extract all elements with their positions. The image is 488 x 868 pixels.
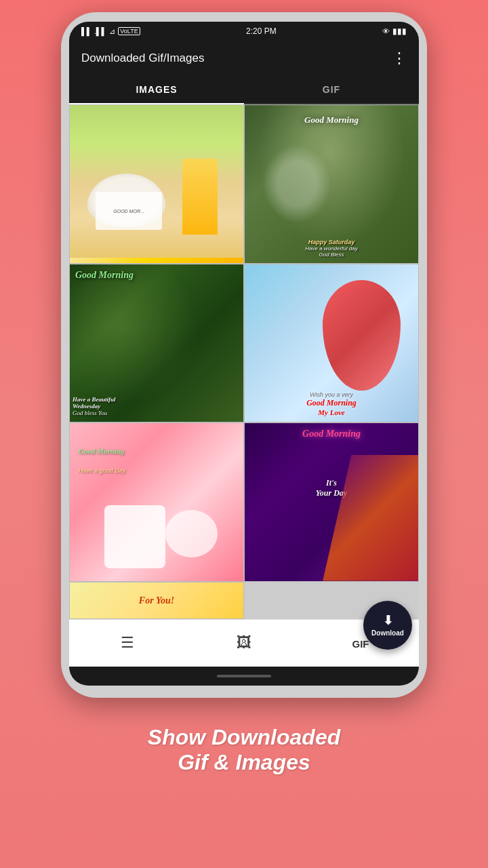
battery-icon: ▮▮▮ xyxy=(392,26,407,36)
for-you-text: For You! xyxy=(139,595,174,606)
eye-icon: 👁 xyxy=(382,27,390,35)
caption-block: Show Downloaded Gif & Images xyxy=(148,725,340,775)
image-grid: GOOD MOR... Good Morning Happy Saturday … xyxy=(69,104,419,619)
list-item[interactable]: Good Morning Have a good Day xyxy=(69,422,244,582)
app-title: Downloaded Gif/Images xyxy=(81,52,204,65)
list-item[interactable]: Good Morning Have a Beautiful Wednesday … xyxy=(69,264,244,423)
nav-images[interactable]: 🖼 xyxy=(186,634,302,652)
home-indicator xyxy=(217,675,271,677)
hamburger-icon: ☰ xyxy=(121,634,134,652)
tab-gif[interactable]: GIF xyxy=(244,76,419,103)
tab-images[interactable]: IMAGES xyxy=(69,76,244,103)
gif-label: GIF xyxy=(352,638,369,650)
tab-bar: IMAGES GIF xyxy=(69,76,419,104)
menu-icon[interactable]: ⋮ xyxy=(392,50,407,67)
screen: Downloaded Gif/Images ⋮ IMAGES GIF GOOD … xyxy=(69,41,419,667)
download-fab[interactable]: ⬇ Download xyxy=(363,601,412,650)
list-item[interactable]: For You! xyxy=(69,582,244,619)
status-right-icons: 👁 ▮▮▮ xyxy=(382,26,407,36)
download-label: Download xyxy=(371,629,404,637)
download-icon: ⬇ xyxy=(383,613,393,628)
list-item[interactable]: Good Morning It's Your Day xyxy=(244,422,419,582)
bottom-nav: ☰ 🖼 GIF ⬇ Download xyxy=(69,619,419,667)
time-display: 2:20 PM xyxy=(246,26,277,36)
image-icon: 🖼 xyxy=(237,634,251,652)
phone-bottom-bar xyxy=(69,667,419,686)
volte-badge: VoLTE xyxy=(118,27,140,35)
phone-shell: ▌▌ .▌▌ ⊿ VoLTE 2:20 PM 👁 ▮▮▮ Downloaded … xyxy=(61,12,427,698)
status-bar: ▌▌ .▌▌ ⊿ VoLTE 2:20 PM 👁 ▮▮▮ xyxy=(69,22,419,41)
signal-icon: ▌▌ .▌▌ xyxy=(81,27,106,35)
signal-icons: ▌▌ .▌▌ ⊿ VoLTE xyxy=(81,27,140,36)
list-item[interactable]: Wish you a very Good Morning My Love xyxy=(244,264,419,423)
caption-line1: Show Downloaded xyxy=(148,725,340,750)
wifi-icon: ⊿ xyxy=(109,27,115,36)
app-bar: Downloaded Gif/Images ⋮ xyxy=(69,41,419,76)
list-item[interactable]: GOOD MOR... xyxy=(69,104,244,264)
nav-menu[interactable]: ☰ xyxy=(69,634,186,652)
list-item[interactable]: Good Morning Happy Saturday Have a wonde… xyxy=(244,104,419,264)
caption-line2: Gif & Images xyxy=(148,750,340,775)
